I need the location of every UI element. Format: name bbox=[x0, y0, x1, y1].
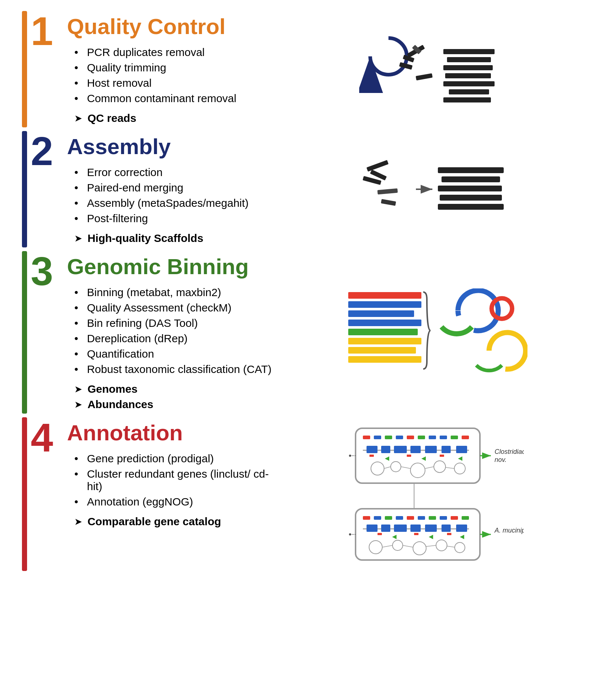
svg-rect-8 bbox=[443, 65, 493, 70]
list-item: Cluster redundant genes (linclust/ cd-hi… bbox=[67, 468, 278, 493]
svg-line-98 bbox=[382, 545, 392, 547]
svg-rect-11 bbox=[449, 89, 489, 94]
svg-line-65 bbox=[425, 467, 434, 469]
svg-rect-69 bbox=[363, 516, 370, 520]
svg-rect-17 bbox=[381, 199, 396, 206]
svg-text:nov.: nov. bbox=[495, 456, 507, 463]
svg-rect-21 bbox=[438, 186, 502, 191]
list-item: PCR duplicates removal bbox=[67, 46, 278, 59]
svg-rect-72 bbox=[396, 516, 403, 520]
svg-text:Clostridiaceae: Clostridiaceae bbox=[495, 448, 524, 455]
svg-rect-82 bbox=[394, 525, 407, 532]
output-item-3b: Abundances bbox=[67, 398, 278, 411]
section-quality-control: 1 Quality Control PCR duplicates removal… bbox=[22, 11, 594, 127]
svg-rect-7 bbox=[447, 57, 491, 62]
svg-rect-43 bbox=[462, 436, 469, 439]
svg-rect-49 bbox=[425, 446, 437, 453]
svg-rect-23 bbox=[438, 204, 504, 210]
list-item: Assembly (metaSpades/megahit) bbox=[67, 197, 278, 209]
svg-rect-42 bbox=[451, 436, 458, 439]
svg-rect-46 bbox=[381, 446, 390, 453]
svg-rect-39 bbox=[418, 436, 425, 439]
svg-rect-38 bbox=[407, 436, 414, 439]
svg-rect-15 bbox=[378, 189, 398, 195]
svg-rect-9 bbox=[445, 73, 491, 78]
bullet-list-1: PCR duplicates removal Quality trimming … bbox=[67, 46, 278, 105]
svg-rect-80 bbox=[367, 525, 378, 532]
svg-rect-84 bbox=[425, 525, 437, 532]
section-genomic-binning: 3 Genomic Binning Binning (metabat, maxb… bbox=[22, 251, 594, 414]
section-title-3: Genomic Binning bbox=[67, 255, 278, 279]
svg-line-64 bbox=[401, 467, 410, 469]
section-title-4: Annotation bbox=[67, 421, 278, 445]
svg-rect-86 bbox=[456, 525, 467, 532]
svg-marker-92 bbox=[460, 535, 464, 539]
svg-marker-55 bbox=[385, 456, 389, 461]
svg-rect-70 bbox=[374, 516, 381, 520]
svg-rect-6 bbox=[443, 49, 495, 54]
list-item: Post-filtering bbox=[67, 212, 278, 225]
svg-point-59 bbox=[391, 462, 401, 472]
svg-rect-27 bbox=[348, 320, 421, 326]
svg-rect-77 bbox=[451, 516, 458, 520]
svg-marker-57 bbox=[458, 456, 462, 461]
svg-rect-28 bbox=[348, 329, 418, 335]
svg-rect-25 bbox=[348, 301, 421, 308]
svg-rect-52 bbox=[369, 455, 374, 457]
binning-illustration bbox=[278, 251, 594, 414]
svg-line-101 bbox=[447, 546, 455, 547]
section-annotation: 4 Annotation Gene prediction (prodigal) … bbox=[22, 417, 594, 571]
svg-rect-30 bbox=[348, 347, 416, 354]
section-number-3: 3 bbox=[31, 251, 53, 291]
list-item: Error correction bbox=[67, 166, 278, 179]
svg-rect-40 bbox=[429, 436, 436, 439]
svg-rect-3 bbox=[416, 73, 432, 81]
list-item: Annotation (eggNOG) bbox=[67, 496, 278, 508]
section-assembly: 2 Assembly Error correction Paired-end m… bbox=[22, 131, 594, 247]
svg-rect-35 bbox=[374, 436, 381, 439]
svg-rect-51 bbox=[456, 446, 467, 453]
svg-rect-45 bbox=[367, 446, 378, 453]
svg-rect-48 bbox=[410, 446, 421, 453]
output-item-1: QC reads bbox=[67, 112, 278, 124]
bullet-list-2: Error correction Paired-end merging Asse… bbox=[67, 166, 278, 225]
svg-rect-19 bbox=[438, 167, 504, 173]
svg-rect-47 bbox=[394, 446, 407, 453]
svg-marker-56 bbox=[421, 456, 426, 461]
svg-marker-91 bbox=[429, 535, 433, 539]
svg-rect-34 bbox=[363, 436, 370, 439]
section-number-4: 4 bbox=[31, 417, 53, 458]
assembly-illustration bbox=[278, 131, 594, 247]
svg-point-32 bbox=[492, 298, 512, 319]
svg-point-95 bbox=[413, 542, 426, 555]
output-item-4: Comparable gene catalog bbox=[67, 515, 278, 528]
svg-rect-89 bbox=[447, 533, 451, 535]
output-item-2: High-quality Scaffolds bbox=[67, 232, 278, 245]
section-bar-4 bbox=[22, 417, 27, 571]
output-item-3a: Genomes bbox=[67, 383, 278, 395]
list-item: Quantification bbox=[67, 348, 278, 360]
svg-rect-85 bbox=[442, 525, 451, 532]
svg-point-61 bbox=[434, 461, 446, 473]
list-item: Host removal bbox=[67, 77, 278, 89]
svg-rect-31 bbox=[348, 356, 421, 363]
svg-rect-75 bbox=[429, 516, 436, 520]
svg-rect-22 bbox=[440, 195, 502, 201]
svg-marker-90 bbox=[392, 535, 397, 539]
svg-rect-26 bbox=[348, 310, 414, 317]
qc-illustration bbox=[278, 11, 594, 127]
section-title-2: Assembly bbox=[67, 135, 278, 159]
svg-rect-13 bbox=[367, 160, 388, 172]
binning-svg-icon bbox=[345, 288, 527, 376]
svg-rect-87 bbox=[378, 533, 382, 535]
section-bar-1 bbox=[22, 11, 27, 127]
svg-rect-20 bbox=[442, 176, 500, 182]
svg-rect-76 bbox=[440, 516, 447, 520]
svg-rect-50 bbox=[442, 446, 451, 453]
svg-point-97 bbox=[455, 542, 465, 553]
svg-rect-81 bbox=[381, 525, 390, 532]
svg-line-66 bbox=[446, 467, 454, 469]
list-item: Quality trimming bbox=[67, 61, 278, 74]
svg-point-60 bbox=[410, 463, 425, 478]
svg-line-63 bbox=[384, 467, 391, 469]
